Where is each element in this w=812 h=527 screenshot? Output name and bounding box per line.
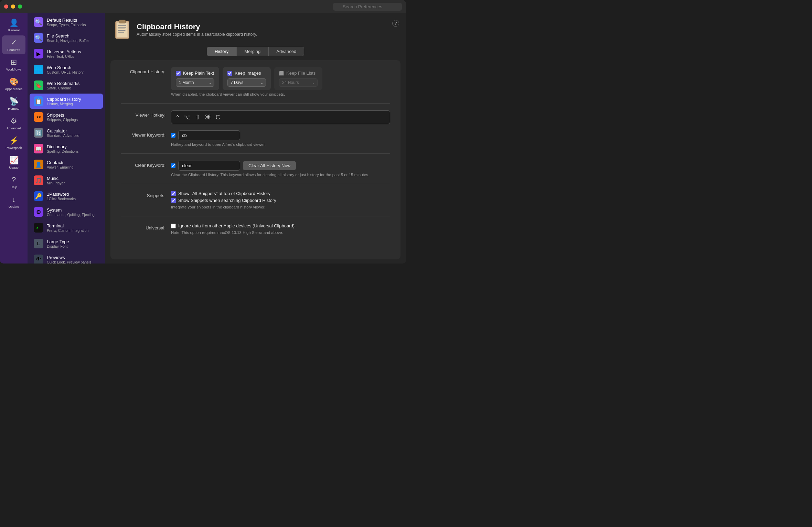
list-item-contacts[interactable]: 👤 Contacts Viewer, Emailing (30, 157, 103, 172)
web-bookmarks-title: Web Bookmarks (47, 81, 79, 86)
sidebar-item-powerpack[interactable]: ⚡ Powerpack (2, 133, 25, 152)
update-icon: ↓ (12, 195, 16, 204)
file-search-icon: 🔍 (34, 33, 43, 43)
viewer-keyword-label: Viewer Keyword: (121, 130, 165, 138)
file-search-title: File Search (47, 33, 89, 39)
file-lists-duration-wrap: 1 Hour 12 Hours 24 Hours 3 Days 1 Week (279, 78, 318, 87)
keep-plain-text-checkbox[interactable] (176, 71, 181, 76)
clear-keyword-checkbox[interactable] (171, 163, 175, 168)
snippets-icon: ✂ (34, 112, 43, 122)
default-results-icon: 🔍 (34, 17, 43, 27)
music-title: Music (47, 176, 65, 181)
show-all-snippets-checkbox[interactable] (171, 191, 176, 196)
previews-title: Previews (47, 255, 92, 260)
svg-rect-7 (118, 32, 124, 33)
tab-advanced[interactable]: Advanced (268, 47, 304, 56)
list-item-previews[interactable]: 👁 Previews Quick Look, Preview panels (30, 252, 103, 264)
sidebar-item-remote[interactable]: 📡 Remote (2, 94, 25, 113)
list-item-universal-actions[interactable]: ▶ Universal Actions Files, Text, URLs (30, 46, 103, 61)
list-item-snippets[interactable]: ✂ Snippets Snippets, Clippings (30, 109, 103, 125)
viewer-hotkey-value: ^ ⌥ ⇧ ⌘ C (176, 114, 221, 121)
list-item-clipboard-history[interactable]: 📋 Clipboard History History, Merging (30, 94, 103, 109)
list-item-dictionary[interactable]: 📖 Dictionary Spelling, Definitions (30, 141, 103, 156)
viewer-hotkey-label: Viewer Hotkey: (121, 110, 165, 118)
sidebar-item-appearance[interactable]: 🎨 Appearance (2, 75, 25, 94)
file-lists-duration-select[interactable]: 1 Hour 12 Hours 24 Hours 3 Days 1 Week (279, 78, 318, 87)
maximize-button[interactable] (18, 4, 22, 9)
images-duration-select[interactable]: 1 Hour 12 Hours 1 Day 3 Days 7 Days 2 We… (227, 78, 266, 87)
keep-file-lists-checkbox[interactable] (279, 71, 284, 76)
universal-actions-icon: ▶ (34, 49, 43, 58)
list-item-1password[interactable]: 🔑 1Password 1Click Bookmarks (30, 189, 103, 204)
svg-rect-2 (119, 20, 125, 23)
sidebar-item-features[interactable]: ✓ Features (2, 35, 25, 54)
sidebar-item-usage[interactable]: 📈 Usage (2, 153, 25, 172)
svg-rect-3 (118, 25, 126, 26)
list-item-web-search[interactable]: 🌐 Web Search Custom, URLs, History (30, 62, 103, 77)
advanced-icon: ⚙ (10, 117, 17, 126)
keep-images-checkbox[interactable] (227, 71, 232, 76)
sidebar-item-help[interactable]: ? Help (2, 173, 25, 192)
clear-all-history-button[interactable]: Clear All History Now (243, 161, 296, 170)
calculator-title: Calculator (47, 128, 79, 133)
list-item-large-type[interactable]: L Large Type Display, Font (30, 236, 103, 251)
minimize-button[interactable] (11, 4, 15, 9)
keep-file-lists-box: Keep File Lists 1 Hour 12 Hours 24 Hours… (274, 67, 322, 90)
contacts-sub: Viewer, Emailing (47, 165, 73, 169)
terminal-sub: Prefix, Custom Integration (47, 228, 88, 233)
content-area: Clipboard History Automatically store co… (105, 13, 406, 264)
system-icon: ⚙ (34, 207, 43, 217)
svg-rect-5 (118, 29, 125, 29)
tab-history[interactable]: History (207, 47, 236, 56)
list-item-web-bookmarks[interactable]: 🔖 Web Bookmarks Safari, Chrome (30, 78, 103, 93)
viewer-keyword-checkbox[interactable] (171, 133, 175, 138)
list-item-system[interactable]: ⚙ System Commands, Quitting, Ejecting (30, 204, 103, 219)
sidebar-item-update[interactable]: ↓ Update (2, 192, 25, 211)
calculator-icon: 🔢 (34, 128, 43, 138)
sidebar-icons: 👤 General ✓ Features ⊞ Workflows 🎨 Appea… (0, 13, 28, 264)
clear-keyword-label: Clear Keyword: (121, 161, 165, 168)
plain-text-duration-select[interactable]: 1 Hour 12 Hours 1 Day 3 Days 1 Week 2 We… (176, 78, 214, 87)
titlebar: 🔍 (0, 0, 406, 13)
content-icon-wrap (113, 19, 131, 40)
sidebar-item-advanced[interactable]: ⚙ Advanced (2, 114, 25, 133)
clear-keyword-input[interactable] (178, 161, 240, 171)
help-button[interactable]: ? (392, 20, 399, 27)
clear-keyword-note: Clear the Clipboard History. This keywor… (171, 173, 390, 177)
svg-rect-4 (118, 27, 126, 28)
viewer-keyword-input[interactable] (178, 130, 240, 140)
clipboard-disabled-note: When disabled, the clipboard viewer can … (171, 92, 390, 96)
list-item-music[interactable]: 🎵 Music Mini Player (30, 173, 103, 188)
viewer-hotkey-field[interactable]: ^ ⌥ ⇧ ⌘ C (171, 110, 390, 124)
close-button[interactable] (4, 4, 8, 9)
list-item-terminal[interactable]: >_ Terminal Prefix, Custom Integration (30, 220, 103, 235)
show-all-snippets-label: Show "All Snippets" at top of Clipboard … (178, 191, 270, 196)
web-search-title: Web Search (47, 65, 84, 70)
search-wrap: 🔍 (333, 3, 402, 11)
content-header: Clipboard History Automatically store co… (105, 13, 406, 45)
powerpack-icon: ⚡ (9, 136, 19, 145)
search-input[interactable] (333, 3, 402, 11)
appearance-label: Appearance (5, 87, 22, 91)
list-item-default-results[interactable]: 🔍 Default Results Scope, Types, Fallback… (30, 14, 103, 30)
list-item-file-search[interactable]: 🔍 File Search Search, Navigation, Buffer (30, 30, 103, 45)
ignore-universal-checkbox[interactable] (171, 224, 176, 228)
show-snippets-searching-checkbox[interactable] (171, 198, 176, 203)
web-bookmarks-sub: Safari, Chrome (47, 86, 79, 90)
universal-row-outer: Universal: Ignore data from other Apple … (121, 223, 390, 235)
divider-4 (121, 216, 390, 216)
terminal-icon: >_ (34, 223, 43, 233)
update-label: Update (9, 205, 19, 208)
sidebar-list: 🔍 Default Results Scope, Types, Fallback… (28, 13, 105, 264)
large-type-icon: L (34, 239, 43, 248)
sidebar-item-general[interactable]: 👤 General (2, 16, 25, 35)
sidebar-item-workflows[interactable]: ⊞ Workflows (2, 55, 25, 74)
clipboard-history-sub: History, Merging (47, 102, 81, 106)
snippets-label: Snippets: (121, 191, 165, 198)
tab-merging[interactable]: Merging (236, 47, 268, 56)
list-item-calculator[interactable]: 🔢 Calculator Standard, Advanced (30, 125, 103, 140)
default-results-title: Default Results (47, 18, 86, 23)
web-search-icon: 🌐 (34, 65, 43, 74)
ignore-universal-label: Ignore data from other Apple devices (Un… (178, 223, 295, 228)
default-results-sub: Scope, Types, Fallbacks (47, 23, 86, 27)
